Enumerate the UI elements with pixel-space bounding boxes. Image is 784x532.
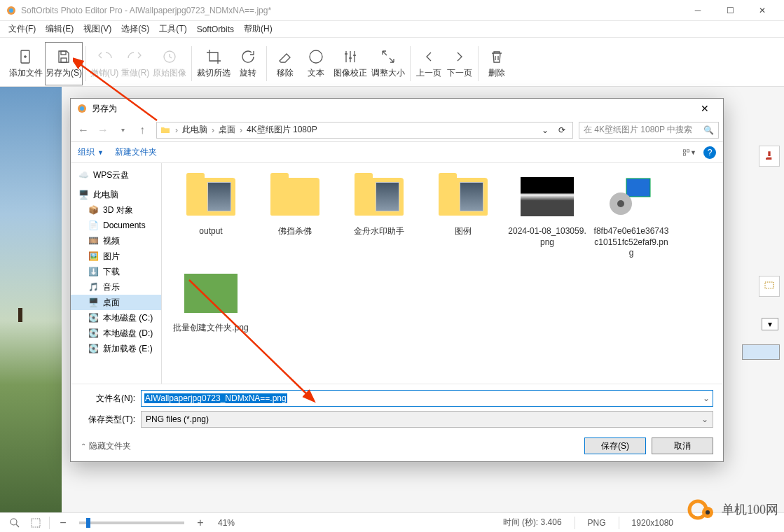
crop-icon bbox=[205, 48, 223, 66]
stamp-tool[interactable] bbox=[759, 146, 780, 167]
dialog-body: ☁️WPS云盘 🖥️此电脑 📦3D 对象 📄Documents 🎞️视频 🖼️图… bbox=[71, 163, 723, 384]
menu-help[interactable]: 帮助(H) bbox=[244, 23, 273, 35]
pictures-icon: 🖼️ bbox=[88, 251, 99, 262]
fit-screen-button[interactable] bbox=[28, 515, 43, 531]
file-name: 批量创建文件夹.png bbox=[173, 323, 248, 334]
minimize-button[interactable]: ─ bbox=[682, 1, 714, 20]
redo-button[interactable]: 重做(R) bbox=[120, 42, 151, 85]
arrow-left-icon bbox=[420, 48, 438, 66]
address-bar[interactable]: › 此电脑 › 桌面 › 4K壁纸图片 1080P ⌄ ⟳ bbox=[156, 122, 573, 139]
search-input[interactable]: 在 4K壁纸图片 1080P 中搜索 🔍 bbox=[579, 122, 719, 139]
disk-icon: 💽 bbox=[88, 312, 99, 323]
nav-forward-button[interactable]: → bbox=[95, 122, 111, 139]
menu-edit[interactable]: 编辑(E) bbox=[46, 23, 74, 35]
tree-item-desktop[interactable]: 🖥️桌面 bbox=[71, 295, 161, 310]
filename-input[interactable]: AIWallpaperjpg0723_NDMxNA==.png ⌄ bbox=[141, 390, 713, 407]
save-as-button[interactable]: 另存为(S) bbox=[45, 42, 83, 85]
new-folder-button[interactable]: 新建文件夹 bbox=[115, 146, 157, 158]
text-button[interactable]: 文本 bbox=[301, 42, 331, 85]
tree-item-downloads[interactable]: ⬇️下载 bbox=[71, 264, 161, 279]
address-dropdown[interactable]: ⌄ bbox=[539, 125, 551, 135]
help-button[interactable]: ? bbox=[703, 146, 716, 159]
svg-point-6 bbox=[310, 50, 322, 63]
window-title: SoftOrbits Photo Editor Pro - AIWallpape… bbox=[21, 6, 682, 15]
file-item[interactable]: 金舟水印助手 bbox=[340, 170, 418, 261]
view-options-button[interactable]: ▼ bbox=[682, 146, 696, 160]
menu-view[interactable]: 视图(V) bbox=[83, 23, 111, 35]
file-item[interactable]: 佛挡杀佛 bbox=[256, 170, 334, 261]
file-thumbnail bbox=[267, 170, 323, 223]
music-icon: 🎵 bbox=[88, 281, 99, 293]
tree-item-thispc[interactable]: 🖥️此电脑 bbox=[71, 187, 161, 202]
prev-button[interactable]: 上一页 bbox=[413, 42, 444, 85]
tree-item-videos[interactable]: 🎞️视频 bbox=[71, 233, 161, 248]
cloud-icon: ☁️ bbox=[78, 169, 89, 181]
correction-button[interactable]: 图像校正 bbox=[331, 42, 369, 85]
zoom-out-button[interactable]: − bbox=[55, 515, 71, 531]
app-icon bbox=[6, 5, 17, 16]
badge-icon bbox=[687, 494, 717, 525]
cancel-button[interactable]: 取消 bbox=[652, 438, 713, 454]
filename-label: 文件名(N): bbox=[81, 393, 135, 405]
tree-item-documents[interactable]: 📄Documents bbox=[71, 218, 161, 233]
panel-strip[interactable] bbox=[742, 344, 780, 360]
tree-item-disk-c[interactable]: 💽本地磁盘 (C:) bbox=[71, 310, 161, 326]
menu-tools[interactable]: 工具(T) bbox=[159, 23, 186, 35]
zoom-level: 41% bbox=[214, 518, 239, 528]
image-canvas[interactable] bbox=[0, 87, 62, 512]
tree-item-wps[interactable]: ☁️WPS云盘 bbox=[71, 167, 161, 183]
disk-icon: 💽 bbox=[88, 328, 99, 339]
file-item[interactable]: output bbox=[172, 170, 250, 261]
tree-item-music[interactable]: 🎵音乐 bbox=[71, 279, 161, 295]
nav-history-button[interactable]: ▾ bbox=[114, 122, 131, 139]
dropdown-toggle[interactable]: ▾ bbox=[762, 318, 778, 330]
svg-rect-7 bbox=[765, 282, 773, 288]
organize-button[interactable]: 组织 ▼ bbox=[78, 146, 104, 158]
delete-button[interactable]: 删除 bbox=[481, 42, 512, 85]
file-name: f8fb47e0e61e36743c10151fc52efaf9.png bbox=[592, 226, 670, 259]
fit-zoom-button[interactable] bbox=[7, 515, 22, 531]
trash-icon bbox=[488, 48, 506, 66]
file-thumbnail bbox=[435, 170, 491, 223]
close-button[interactable]: ✕ bbox=[746, 1, 778, 20]
nav-back-button[interactable]: ← bbox=[75, 122, 92, 139]
tree-item-disk-d[interactable]: 💽本地磁盘 (D:) bbox=[71, 326, 161, 341]
rotate-button[interactable]: 旋转 bbox=[233, 42, 263, 85]
filetype-combo[interactable]: PNG files (*.png) ⌄ bbox=[141, 411, 713, 428]
hide-folders-button[interactable]: ⌃ 隐藏文件夹 bbox=[81, 440, 131, 452]
maximize-button[interactable]: ☐ bbox=[714, 1, 746, 20]
zoom-slider[interactable] bbox=[79, 522, 184, 524]
resize-icon bbox=[379, 48, 397, 66]
save-button[interactable]: 保存(S) bbox=[584, 438, 646, 454]
tree-item-3d[interactable]: 📦3D 对象 bbox=[71, 202, 161, 218]
file-item[interactable]: 2024-01-08_103059.png bbox=[508, 170, 586, 261]
add-file-button[interactable]: 添加文件 bbox=[7, 42, 45, 85]
tree-item-disk-e[interactable]: 💽新加载卷 (E:) bbox=[71, 341, 161, 356]
next-button[interactable]: 下一页 bbox=[444, 42, 475, 85]
nav-up-button[interactable]: ↑ bbox=[134, 122, 151, 139]
file-grid[interactable]: output佛挡杀佛金舟水印助手图例2024-01-08_103059.pngf… bbox=[162, 163, 723, 384]
tree-item-pictures[interactable]: 🖼️图片 bbox=[71, 248, 161, 264]
file-item[interactable]: 图例 bbox=[424, 170, 502, 261]
crop-tool[interactable] bbox=[759, 276, 780, 297]
dialog-toolbar: 组织 ▼ 新建文件夹 ▼ ? bbox=[71, 142, 723, 163]
refresh-button[interactable]: ⟳ bbox=[554, 125, 570, 135]
zoom-in-button[interactable]: + bbox=[193, 515, 208, 531]
file-thumbnail bbox=[519, 170, 575, 223]
menu-softorbits[interactable]: SoftOrbits bbox=[197, 24, 234, 34]
file-item[interactable]: 批量创建文件夹.png bbox=[172, 267, 250, 358]
crop-button[interactable]: 裁切所选 bbox=[195, 42, 233, 85]
documents-icon: 📄 bbox=[88, 220, 99, 231]
menu-file[interactable]: 文件(F) bbox=[8, 23, 36, 35]
undo-button[interactable]: 撤销(U) bbox=[89, 42, 120, 85]
file-name: 金舟水印助手 bbox=[354, 226, 404, 237]
menu-select[interactable]: 选择(S) bbox=[121, 23, 149, 35]
save-icon bbox=[55, 48, 73, 66]
remove-button[interactable]: 移除 bbox=[270, 42, 301, 85]
file-item[interactable]: f8fb47e0e61e36743c10151fc52efaf9.png bbox=[592, 170, 670, 261]
toolbar-separator bbox=[191, 46, 192, 81]
dialog-close-button[interactable]: ✕ bbox=[692, 99, 717, 118]
original-button[interactable]: 原始图像 bbox=[151, 42, 188, 85]
resize-button[interactable]: 调整大小 bbox=[369, 42, 407, 85]
filename-dropdown[interactable]: ⌄ bbox=[703, 393, 710, 403]
